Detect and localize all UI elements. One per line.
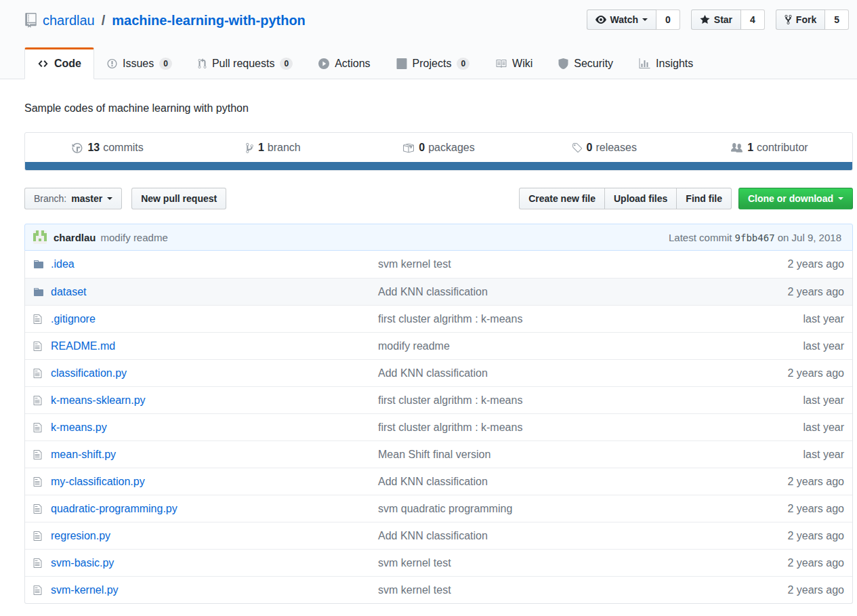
tag-icon bbox=[572, 142, 582, 154]
commit-message-link[interactable]: Add KNN classification bbox=[378, 367, 743, 379]
files-table: .idea svm kernel test 2 years ago datase… bbox=[24, 251, 853, 604]
repo-name-link[interactable]: machine-learning-with-python bbox=[112, 9, 306, 31]
commit-message-link[interactable]: Add KNN classification bbox=[378, 286, 743, 298]
caret-down-icon bbox=[838, 197, 843, 203]
table-row: mean-shift.py Mean Shift final version l… bbox=[25, 440, 852, 468]
language-bar[interactable] bbox=[25, 162, 852, 170]
commit-message-link[interactable]: first cluster algrithm : k-means bbox=[378, 422, 743, 434]
tab-label: Issues bbox=[123, 58, 154, 70]
repo-description: Sample codes of machine learning with py… bbox=[24, 102, 853, 115]
upload-files-button[interactable]: Upload files bbox=[604, 188, 677, 209]
tab-security[interactable]: Security bbox=[545, 47, 626, 79]
commit-message-link[interactable]: modify readme bbox=[378, 340, 743, 352]
latest-commit-bar: chardlau modify readme Latest commit 9fb… bbox=[24, 224, 853, 251]
tab-issues[interactable]: Issues 0 bbox=[94, 47, 185, 79]
packages-stat[interactable]: 0 packages bbox=[356, 142, 521, 154]
tab-wiki[interactable]: Wiki bbox=[482, 47, 545, 79]
file-age: 2 years ago bbox=[743, 503, 844, 515]
commit-message-link[interactable]: modify readme bbox=[101, 232, 168, 243]
commits-stat[interactable]: 13 commits bbox=[25, 142, 190, 154]
pull-requests-counter: 0 bbox=[280, 58, 293, 70]
owner-link[interactable]: chardlau bbox=[43, 9, 95, 31]
contributors-stat[interactable]: 1 contributor bbox=[687, 142, 852, 154]
table-row: svm-kernel.py svm kernel test 2 years ag… bbox=[25, 576, 852, 603]
commit-message-link[interactable]: svm kernel test bbox=[378, 584, 743, 596]
tab-label: Actions bbox=[335, 58, 370, 70]
file-link[interactable]: quadratic-programming.py bbox=[51, 503, 378, 515]
file-link[interactable]: README.md bbox=[51, 340, 378, 352]
file-link[interactable]: k-means-sklearn.py bbox=[51, 394, 378, 407]
tab-label: Code bbox=[54, 58, 81, 70]
tab-label: Wiki bbox=[512, 58, 532, 70]
new-pull-request-button[interactable]: New pull request bbox=[131, 188, 226, 209]
find-file-button[interactable]: Find file bbox=[676, 188, 732, 209]
tab-pull-requests[interactable]: Pull requests 0 bbox=[185, 47, 306, 79]
package-icon bbox=[402, 142, 414, 154]
pull-request-icon bbox=[198, 58, 207, 69]
branch-selector-button[interactable]: Branch: master bbox=[24, 188, 122, 209]
file-icon bbox=[33, 422, 51, 433]
commit-author-link[interactable]: chardlau bbox=[54, 232, 96, 243]
graph-icon bbox=[639, 58, 650, 69]
tab-label: Insights bbox=[656, 58, 693, 70]
star-button[interactable]: Star bbox=[691, 9, 741, 30]
commit-message-link[interactable]: Add KNN classification bbox=[378, 476, 743, 488]
file-link[interactable]: k-means.py bbox=[51, 422, 378, 434]
commit-message-link[interactable]: first cluster algrithm : k-means bbox=[378, 394, 743, 407]
tab-insights[interactable]: Insights bbox=[626, 47, 706, 79]
avatar[interactable] bbox=[33, 230, 47, 244]
stat-label: branch bbox=[268, 142, 301, 154]
commit-message-link[interactable]: svm kernel test bbox=[378, 258, 743, 270]
file-link[interactable]: regresion.py bbox=[51, 530, 378, 542]
file-link[interactable]: mean-shift.py bbox=[51, 449, 378, 461]
file-link[interactable]: .idea bbox=[51, 258, 378, 270]
commit-message-link[interactable]: svm kernel test bbox=[378, 557, 743, 569]
stat-value: 1 bbox=[747, 142, 753, 154]
file-link[interactable]: svm-kernel.py bbox=[51, 584, 378, 596]
social-buttons: Watch 0 Star 4 Fork 5 bbox=[587, 9, 849, 30]
commit-date: on Jul 9, 2018 bbox=[778, 232, 841, 243]
star-label: Star bbox=[714, 14, 732, 25]
fork-button[interactable]: Fork bbox=[776, 9, 825, 30]
repo-content: Sample codes of machine learning with py… bbox=[0, 102, 857, 604]
table-row: dataset Add KNN classification 2 years a… bbox=[25, 278, 852, 305]
tab-projects[interactable]: Projects 0 bbox=[383, 47, 482, 79]
repo-icon bbox=[24, 13, 37, 28]
commit-message-link[interactable]: Mean Shift final version bbox=[378, 449, 743, 461]
file-icon bbox=[33, 504, 51, 514]
file-link[interactable]: my-classification.py bbox=[51, 476, 378, 488]
caret-down-icon bbox=[107, 197, 112, 203]
watch-count[interactable]: 0 bbox=[656, 9, 680, 30]
tab-actions[interactable]: Actions bbox=[306, 47, 383, 79]
caret-down-icon bbox=[642, 18, 648, 24]
repo-nav: Code Issues 0 Pull requests 0 Actions Pr… bbox=[0, 47, 857, 79]
clone-or-download-button[interactable]: Clone or download bbox=[738, 188, 853, 209]
table-row: .gitignore first cluster algrithm : k-me… bbox=[25, 305, 852, 332]
repo-header: chardlau / machine-learning-with-python … bbox=[0, 0, 857, 79]
commit-message-link[interactable]: first cluster algrithm : k-means bbox=[378, 313, 743, 325]
branches-stat[interactable]: 1 branch bbox=[190, 142, 356, 154]
star-count[interactable]: 4 bbox=[741, 9, 765, 30]
file-icon bbox=[33, 531, 51, 541]
commit-message-link[interactable]: Add KNN classification bbox=[378, 530, 743, 542]
table-row: .idea svm kernel test 2 years ago bbox=[25, 251, 852, 278]
stat-value: 0 bbox=[419, 142, 425, 154]
file-link[interactable]: svm-basic.py bbox=[51, 557, 378, 569]
file-age: 2 years ago bbox=[743, 557, 844, 569]
file-link[interactable]: .gitignore bbox=[51, 313, 378, 325]
file-link[interactable]: dataset bbox=[51, 286, 378, 298]
file-link[interactable]: classification.py bbox=[51, 367, 378, 379]
tab-code[interactable]: Code bbox=[24, 47, 94, 79]
commit-message-link[interactable]: svm quadratic programming bbox=[378, 503, 743, 515]
commit-sha-link[interactable]: 9fbb467 bbox=[735, 232, 775, 243]
file-age: last year bbox=[743, 340, 844, 352]
fork-label: Fork bbox=[796, 14, 816, 25]
watch-button[interactable]: Watch bbox=[587, 9, 656, 30]
table-row: svm-basic.py svm kernel test 2 years ago bbox=[25, 549, 852, 576]
book-icon bbox=[495, 58, 507, 69]
releases-stat[interactable]: 0 releases bbox=[522, 142, 687, 154]
create-new-file-button[interactable]: Create new file bbox=[519, 188, 605, 209]
table-row: k-means-sklearn.py first cluster algrith… bbox=[25, 386, 852, 413]
fork-count[interactable]: 5 bbox=[825, 9, 849, 30]
stat-value: 0 bbox=[587, 142, 593, 154]
